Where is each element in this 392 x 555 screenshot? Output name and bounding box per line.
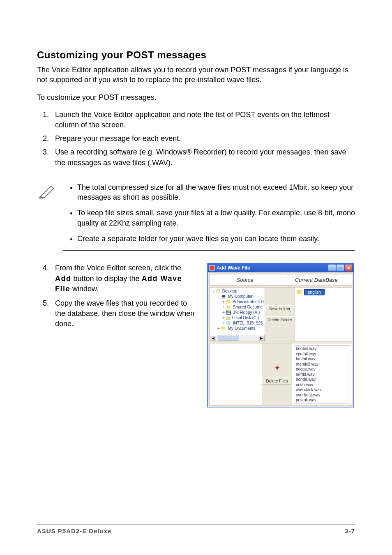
page-footer: ASUS P5AD2-E Deluxe 3-7 xyxy=(37,525,355,534)
tree-node[interactable]: Shared Docume xyxy=(233,304,263,310)
tree-node[interactable]: Desktop xyxy=(222,288,238,294)
section-heading: Customizing your POST messages xyxy=(37,49,355,61)
app-icon xyxy=(209,265,215,271)
file-item[interactable]: overclock.wav xyxy=(296,387,348,393)
intro-paragraph: The Voice Editor application allows you … xyxy=(37,65,355,85)
column-header-row: Source Current DataBase xyxy=(209,274,352,286)
step-item: Use a recording software (e.g. Windows® … xyxy=(51,147,355,168)
file-item[interactable]: vgafail.wav xyxy=(296,403,348,404)
steps-list-2: From the Voice Editor screen, click the … xyxy=(37,263,199,329)
source-files-pane[interactable] xyxy=(210,343,262,405)
window-title: Add Wave File xyxy=(217,265,250,271)
database-files-list[interactable]: bootos.wav cpufail.wav fanfail.wav memfa… xyxy=(294,345,350,403)
svg-rect-0 xyxy=(210,265,214,270)
add-files-button[interactable]: ✦ xyxy=(274,364,280,372)
file-item[interactable]: nokb.wav xyxy=(296,382,348,388)
delete-folder-button[interactable]: Delete Folder xyxy=(265,316,294,323)
window-titlebar: Add Wave File _ □ ✕ xyxy=(208,263,354,272)
tree-node[interactable]: My Documents xyxy=(228,326,256,331)
horizontal-scrollbar[interactable]: ◀ ▶ xyxy=(210,335,265,341)
tree-node[interactable]: Local Disk (C:) xyxy=(232,315,259,320)
file-item[interactable]: memfail.wav xyxy=(296,362,348,367)
footer-product: ASUS P5AD2-E Deluxe xyxy=(37,527,112,534)
add-wave-file-window: Add Wave File _ □ ✕ Source Current DataB… xyxy=(207,263,354,408)
folder-icon: 📁 xyxy=(297,289,303,295)
computer-icon: 💻 xyxy=(221,294,226,299)
file-item[interactable]: cpufail.wav xyxy=(296,352,348,357)
tree-node[interactable]: Administrator's D xyxy=(233,299,264,304)
file-item[interactable]: nofdd.wav xyxy=(296,372,348,378)
cd-icon: 💿 xyxy=(226,320,231,326)
file-item[interactable]: fanfail.wav xyxy=(296,357,348,362)
note-item: To keep file sizes small, save your file… xyxy=(77,208,355,228)
scroll-left-arrow-icon[interactable]: ◀ xyxy=(210,335,216,341)
new-folder-button[interactable]: New Folder xyxy=(265,305,294,312)
note-box: The total compressed size for all the wa… xyxy=(37,178,355,251)
file-item[interactable]: postok.wav xyxy=(296,398,348,403)
source-header: Source xyxy=(210,277,281,283)
file-item[interactable]: overheat.wav xyxy=(296,393,348,398)
selected-db-folder[interactable]: english xyxy=(304,289,325,295)
footer-page-number: 3-7 xyxy=(345,527,355,534)
file-item[interactable]: bootos.wav xyxy=(296,346,348,352)
step-item: From the Voice Editor screen, click the … xyxy=(51,263,199,294)
delete-files-button[interactable]: Delete Files xyxy=(263,378,291,385)
note-item: Create a separate folder for your wave f… xyxy=(77,234,355,244)
steps-list-1: Launch the Voice Editor application and … xyxy=(37,110,355,168)
folder-icon: 📁 xyxy=(226,304,231,310)
note-item: The total compressed size for all the wa… xyxy=(77,182,355,203)
minimize-button[interactable]: _ xyxy=(328,265,336,271)
text: From the Voice Editor screen, click the xyxy=(55,264,181,272)
text: button to display the xyxy=(71,274,142,283)
maximize-button[interactable]: □ xyxy=(337,265,344,271)
step-item: Launch the Voice Editor application and … xyxy=(51,110,355,130)
step-item: Copy the wave files that you recorded to… xyxy=(51,298,199,329)
file-item[interactable]: nocpu.wav xyxy=(296,367,348,372)
step-item: Prepare your message for each event. xyxy=(51,134,355,144)
database-pane[interactable]: 📁 english xyxy=(295,288,352,341)
file-item[interactable]: nohdd.wav xyxy=(296,377,348,382)
disk-icon: 🖴 xyxy=(226,315,230,320)
folder-icon: 📁 xyxy=(221,326,226,331)
tree-node[interactable]: My Computer xyxy=(228,294,253,299)
add-button-ref: Add xyxy=(55,274,71,283)
close-button[interactable]: ✕ xyxy=(345,265,352,271)
tree-node[interactable]: INTEL_915_925 xyxy=(233,320,263,326)
pencil-icon xyxy=(37,178,63,251)
source-tree-pane[interactable]: -🗔 Desktop -💻 My Computer +📁 Administrat… xyxy=(210,288,265,341)
text: window. xyxy=(70,285,99,293)
database-header: Current DataBase xyxy=(281,277,352,283)
desktop-icon: 🗔 xyxy=(216,288,220,294)
scroll-thumb[interactable] xyxy=(218,336,239,341)
tree-node[interactable]: 3½ Floppy (A:) xyxy=(233,310,260,315)
floppy-icon: 💾 xyxy=(226,310,231,315)
folder-icon: 📁 xyxy=(226,299,231,304)
scroll-right-arrow-icon[interactable]: ▶ xyxy=(258,335,265,341)
lead-paragraph: To customize your POST messages. xyxy=(37,92,355,102)
